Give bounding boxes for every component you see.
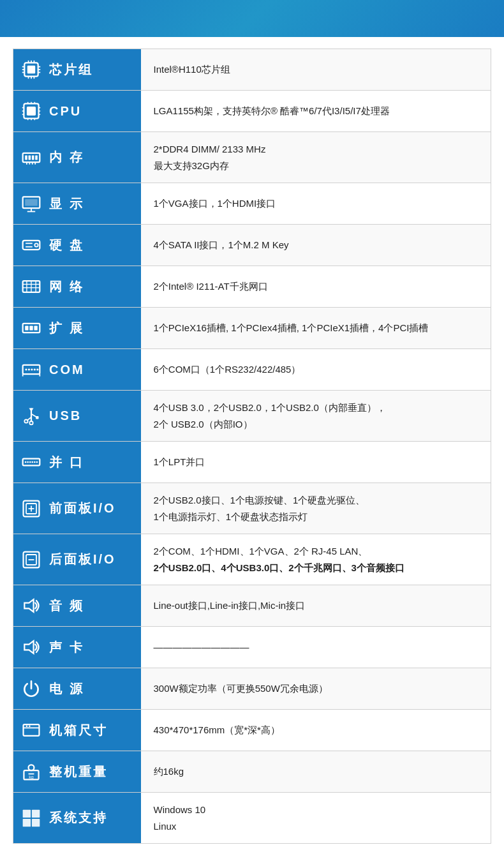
value-usb: 4个USB 3.0，2个USB2.0，1个USB2.0（内部垂直），2个 USB… bbox=[141, 391, 491, 442]
svg-rect-16 bbox=[29, 108, 34, 114]
svg-rect-30 bbox=[25, 155, 27, 160]
value-power: 300W额定功率（可更换550W冗余电源） bbox=[141, 668, 491, 710]
network-icon bbox=[20, 275, 43, 298]
label-text-display: 显 示 bbox=[49, 195, 84, 213]
svg-marker-86 bbox=[24, 641, 33, 654]
table-row: kg整机重量约16kg bbox=[13, 751, 491, 793]
svg-rect-88 bbox=[24, 724, 40, 736]
label-text-os: 系统支持 bbox=[49, 809, 108, 827]
label-text-parallel: 并 口 bbox=[49, 454, 84, 471]
svg-point-57 bbox=[25, 368, 27, 370]
weight-icon: kg bbox=[20, 760, 43, 783]
harddisk-icon bbox=[20, 234, 43, 257]
label-text-network: 网 络 bbox=[49, 278, 84, 296]
svg-rect-67 bbox=[36, 416, 38, 419]
table-row: 声 卡—————————— bbox=[13, 627, 491, 668]
label-memory: 内 存 bbox=[13, 132, 141, 183]
label-text-com: COM bbox=[49, 363, 85, 377]
svg-point-91 bbox=[29, 725, 31, 727]
label-power: 电 源 bbox=[13, 668, 141, 710]
value-os: Windows 10Linux bbox=[141, 793, 491, 844]
os-icon bbox=[20, 807, 43, 830]
label-text-usb: USB bbox=[49, 408, 82, 423]
svg-point-92 bbox=[29, 765, 34, 770]
table-row: 机箱尺寸430*470*176mm（宽*深*高） bbox=[13, 710, 491, 751]
spec-table-container: 芯片组Intel®H110芯片组CPULGA1155构架，支持英特尔® 酷睿™6… bbox=[0, 37, 504, 857]
memory-icon bbox=[20, 146, 43, 169]
page-header bbox=[0, 0, 504, 37]
svg-rect-41 bbox=[25, 199, 38, 206]
table-row: CPULGA1155构架，支持英特尔® 酷睿™6/7代I3/I5/I7处理器 bbox=[13, 91, 491, 132]
cpu-icon bbox=[20, 100, 43, 123]
svg-text:kg: kg bbox=[29, 775, 34, 780]
value-parallel: 1个LPT并口 bbox=[141, 442, 491, 483]
label-text-harddisk: 硬 盘 bbox=[49, 237, 84, 254]
value-chipset: Intel®H110芯片组 bbox=[141, 49, 491, 91]
com-icon bbox=[20, 358, 43, 381]
value-soundcard: —————————— bbox=[141, 627, 491, 668]
value-casesize: 430*470*176mm（宽*深*高） bbox=[141, 710, 491, 751]
svg-point-58 bbox=[28, 368, 30, 370]
label-weight: kg整机重量 bbox=[13, 751, 141, 793]
svg-rect-1 bbox=[27, 66, 35, 73]
svg-rect-33 bbox=[35, 155, 38, 160]
svg-point-90 bbox=[26, 725, 28, 727]
svg-point-70 bbox=[29, 421, 33, 424]
label-text-expansion: 扩 展 bbox=[49, 320, 84, 337]
reario-icon bbox=[20, 548, 43, 571]
label-text-memory: 内 存 bbox=[49, 149, 84, 166]
table-row: 内 存2*DDR4 DIMM/ 2133 MHz最大支持32G内存 bbox=[13, 132, 491, 183]
table-row: 硬 盘4个SATA II接口，1个M.2 M Key bbox=[13, 225, 491, 266]
usb-icon bbox=[20, 405, 43, 428]
svg-rect-54 bbox=[29, 326, 33, 330]
svg-rect-32 bbox=[32, 155, 34, 160]
svg-rect-53 bbox=[25, 326, 28, 330]
svg-rect-98 bbox=[23, 818, 31, 826]
label-frontio: 前面板I/O bbox=[13, 483, 141, 534]
frontio-icon bbox=[20, 497, 43, 520]
svg-point-73 bbox=[27, 461, 29, 463]
svg-marker-85 bbox=[24, 599, 33, 612]
soundcard-icon bbox=[20, 636, 43, 659]
svg-point-74 bbox=[29, 461, 31, 463]
svg-point-59 bbox=[31, 368, 33, 370]
label-text-soundcard: 声 卡 bbox=[49, 639, 84, 656]
label-text-audio: 音 频 bbox=[49, 597, 84, 615]
value-network: 2个Intel® I211-AT千兆网口 bbox=[141, 266, 491, 308]
value-expansion: 1个PCIeX16插槽, 1个PCIex4插槽, 1个PCIeX1插槽，4个PC… bbox=[141, 308, 491, 349]
svg-point-77 bbox=[36, 461, 38, 463]
value-weight: 约16kg bbox=[141, 751, 491, 793]
svg-rect-97 bbox=[32, 809, 40, 817]
table-row: USB4个USB 3.0，2个USB2.0，1个USB2.0（内部垂直），2个 … bbox=[13, 391, 491, 442]
label-expansion: 扩 展 bbox=[13, 308, 141, 349]
svg-rect-42 bbox=[23, 241, 40, 250]
value-memory: 2*DDR4 DIMM/ 2133 MHz最大支持32G内存 bbox=[141, 132, 491, 183]
expansion-icon bbox=[20, 317, 43, 340]
table-row: 前面板I/O2个USB2.0接口、1个电源按键、1个硬盘光驱位、1个电源指示灯、… bbox=[13, 483, 491, 534]
svg-rect-55 bbox=[34, 326, 37, 330]
label-harddisk: 硬 盘 bbox=[13, 225, 141, 266]
label-audio: 音 频 bbox=[13, 585, 141, 627]
table-row: 后面板I/O2个COM、1个HDMI、1个VGA、2个 RJ-45 LAN、2个… bbox=[13, 534, 491, 585]
label-reario: 后面板I/O bbox=[13, 534, 141, 585]
svg-point-72 bbox=[25, 461, 27, 463]
parallel-icon bbox=[20, 451, 43, 474]
table-row: COM6个COM口（1个RS232/422/485） bbox=[13, 349, 491, 391]
label-usb: USB bbox=[13, 391, 141, 442]
label-chipset: 芯片组 bbox=[13, 49, 141, 91]
label-text-frontio: 前面板I/O bbox=[49, 500, 116, 517]
label-parallel: 并 口 bbox=[13, 442, 141, 483]
table-row: 显 示1个VGA接口，1个HDMI接口 bbox=[13, 183, 491, 225]
table-row: 系统支持Windows 10Linux bbox=[13, 793, 491, 844]
value-reario: 2个COM、1个HDMI、1个VGA、2个 RJ-45 LAN、2个USB2.0… bbox=[141, 534, 491, 585]
value-harddisk: 4个SATA II接口，1个M.2 M Key bbox=[141, 225, 491, 266]
value-com: 6个COM口（1个RS232/422/485） bbox=[141, 349, 491, 391]
label-casesize: 机箱尺寸 bbox=[13, 710, 141, 751]
power-icon bbox=[20, 677, 43, 700]
table-row: 并 口1个LPT并口 bbox=[13, 442, 491, 483]
label-os: 系统支持 bbox=[13, 793, 141, 844]
label-text-power: 电 源 bbox=[49, 680, 84, 698]
svg-point-61 bbox=[36, 368, 38, 370]
label-network: 网 络 bbox=[13, 266, 141, 308]
value-display: 1个VGA接口，1个HDMI接口 bbox=[141, 183, 491, 225]
